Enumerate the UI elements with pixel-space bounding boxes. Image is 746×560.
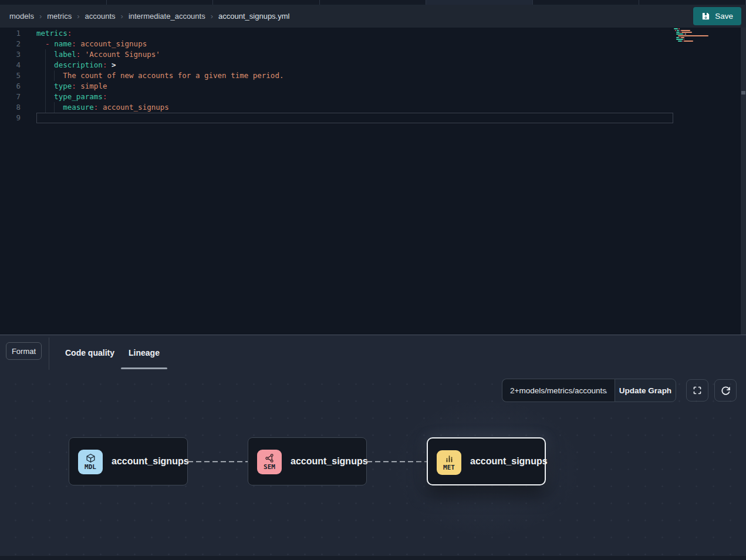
node-badge-label: MET bbox=[443, 464, 455, 471]
editor-file-tab[interactable] bbox=[213, 0, 320, 5]
line-number: 9 bbox=[0, 113, 36, 123]
top-tab-strip bbox=[0, 0, 746, 5]
tab-code-quality[interactable]: Code quality bbox=[63, 335, 117, 370]
lineage-node-met[interactable]: METaccount_signups bbox=[427, 437, 546, 485]
code-line: - name: account_signups bbox=[36, 39, 147, 49]
node-badge-label: MDL bbox=[85, 464, 96, 471]
editor-line[interactable]: 4 description: > bbox=[0, 60, 746, 70]
code-line bbox=[36, 113, 673, 123]
save-button[interactable]: Save bbox=[693, 7, 741, 25]
indent-guide bbox=[45, 81, 46, 92]
lineage-node-sem[interactable]: SEMaccount_signups bbox=[248, 437, 367, 485]
editor-file-tab[interactable] bbox=[533, 0, 640, 5]
code-line: The count of new accounts for a given ti… bbox=[36, 70, 283, 81]
indent-guide bbox=[45, 102, 46, 113]
network-icon bbox=[265, 453, 275, 464]
editor-line[interactable]: 8 measure: account_signups bbox=[0, 102, 746, 113]
breadcrumb-separator: › bbox=[39, 12, 42, 21]
code-line: description: > bbox=[36, 60, 116, 70]
line-number: 1 bbox=[0, 28, 36, 39]
node-badge-label: SEM bbox=[264, 464, 275, 471]
breadcrumb-item[interactable]: metrics bbox=[47, 12, 72, 21]
lineage-node-mdl[interactable]: MDLaccount_signups bbox=[69, 437, 188, 485]
save-icon bbox=[701, 12, 710, 21]
indent-guide bbox=[45, 60, 46, 70]
indent-guide bbox=[54, 102, 55, 113]
indent-guide bbox=[54, 70, 55, 81]
breadcrumb-separator: › bbox=[121, 12, 123, 21]
line-number: 7 bbox=[0, 92, 36, 102]
line-number: 8 bbox=[0, 102, 36, 113]
breadcrumb-item[interactable]: account_signups.yml bbox=[218, 12, 289, 21]
bottom-panel: Format Code qualityLineage Update Graph bbox=[0, 335, 746, 560]
indent-guide bbox=[45, 49, 46, 60]
editor-line[interactable]: 6 type: simple bbox=[0, 81, 746, 92]
breadcrumb-separator: › bbox=[211, 12, 213, 21]
node-label: account_signups bbox=[470, 438, 548, 484]
indent-guide bbox=[45, 70, 46, 81]
code-line: metrics: bbox=[36, 28, 72, 39]
lineage-canvas[interactable]: Update Graph bbox=[0, 371, 746, 560]
ide-window: models›metrics›accounts›intermediate_acc… bbox=[0, 0, 746, 560]
editor-line[interactable]: 9 bbox=[0, 113, 746, 123]
editor-line[interactable]: 2 - name: account_signups bbox=[0, 39, 746, 49]
editor-file-tab[interactable] bbox=[0, 0, 107, 5]
minimap[interactable] bbox=[674, 28, 710, 44]
save-button-label: Save bbox=[715, 12, 733, 21]
cube-icon bbox=[86, 453, 96, 464]
indent-guide bbox=[45, 92, 46, 102]
editor-file-tab[interactable] bbox=[639, 0, 746, 5]
panel-header: Format Code qualityLineage bbox=[0, 335, 746, 371]
editor-line[interactable]: 5 The count of new accounts for a given … bbox=[0, 70, 746, 81]
breadcrumb-item[interactable]: models bbox=[9, 12, 34, 21]
line-number: 6 bbox=[0, 81, 36, 92]
editor-scrollbar[interactable] bbox=[741, 28, 746, 335]
line-number: 3 bbox=[0, 49, 36, 60]
node-badge: SEM bbox=[257, 450, 282, 474]
editor-file-tab[interactable] bbox=[426, 0, 533, 5]
code-line: type_params: bbox=[36, 92, 107, 102]
node-label: account_signups bbox=[112, 438, 189, 485]
node-label: account_signups bbox=[291, 438, 368, 485]
breadcrumb-item[interactable]: intermediate_accounts bbox=[129, 12, 205, 21]
breadcrumb: models›metrics›accounts›intermediate_acc… bbox=[9, 12, 289, 21]
node-badge: MET bbox=[437, 450, 461, 475]
line-number: 2 bbox=[0, 39, 36, 49]
breadcrumb-item[interactable]: accounts bbox=[85, 12, 116, 21]
node-badge: MDL bbox=[78, 450, 103, 474]
tab-lineage[interactable]: Lineage bbox=[121, 335, 167, 370]
editor-lines: 1metrics:2 - name: account_signups3 labe… bbox=[0, 28, 746, 123]
line-number: 4 bbox=[0, 60, 36, 70]
editor-line[interactable]: 7 type_params: bbox=[0, 92, 746, 102]
breadcrumb-bar: models›metrics›accounts›intermediate_acc… bbox=[0, 5, 746, 28]
editor-file-tab[interactable] bbox=[320, 0, 427, 5]
header-divider bbox=[49, 338, 49, 370]
breadcrumb-separator: › bbox=[77, 12, 79, 21]
code-editor[interactable]: 1metrics:2 - name: account_signups3 labe… bbox=[0, 28, 746, 335]
editor-line[interactable]: 3 label: 'Account Signups' bbox=[0, 49, 746, 60]
format-button[interactable]: Format bbox=[6, 342, 42, 360]
editor-file-tab[interactable] bbox=[107, 0, 214, 5]
bar-chart-icon bbox=[444, 454, 454, 464]
code-line: label: 'Account Signups' bbox=[36, 49, 160, 60]
scrollbar-thumb[interactable] bbox=[741, 91, 745, 95]
code-line: measure: account_signups bbox=[36, 102, 169, 113]
line-number: 5 bbox=[0, 70, 36, 81]
editor-line[interactable]: 1metrics: bbox=[0, 28, 746, 39]
code-line: type: simple bbox=[36, 81, 107, 92]
